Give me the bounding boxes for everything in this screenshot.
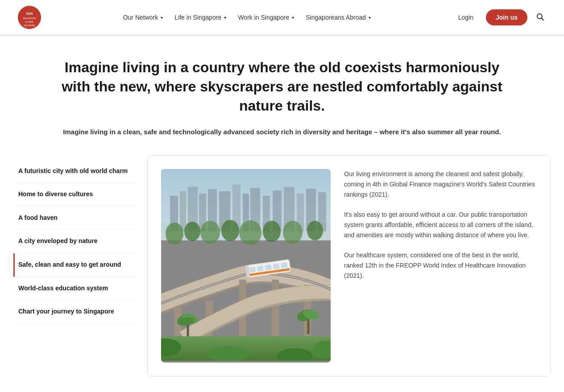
svg-rect-39 — [249, 267, 256, 273]
hero-heading: Imagine living in a country where the ol… — [54, 58, 510, 116]
svg-point-27 — [221, 220, 239, 241]
train-image — [161, 169, 331, 361]
sidebar-item-chart-journey[interactable]: Chart your journey to Singapore — [13, 300, 138, 324]
login-button[interactable]: Login — [453, 10, 479, 25]
chevron-down-icon: ▾ — [369, 15, 371, 20]
nav-item-work-in-singapore[interactable]: Work in Singapore ▾ — [233, 10, 299, 25]
svg-text:SGN: SGN — [26, 12, 33, 15]
chevron-down-icon: ▾ — [224, 15, 226, 20]
svg-text:GLOBAL: GLOBAL — [25, 21, 34, 23]
main-content: A futuristic city with old world charm H… — [0, 155, 564, 392]
svg-rect-42 — [273, 263, 280, 269]
svg-point-28 — [239, 220, 261, 245]
content-panel: Our living environment is among the clea… — [147, 155, 551, 376]
sidebar-item-futuristic-city[interactable]: A futuristic city with old world charm — [13, 160, 138, 183]
content-paragraph-1: Our living environment is among the clea… — [344, 169, 537, 200]
nav-links: Our Network ▾ Life in Singapore ▾ Work i… — [119, 10, 375, 25]
sidebar-item-diverse-cultures[interactable]: Home to diverse cultures — [13, 183, 138, 206]
svg-point-24 — [166, 223, 183, 245]
chevron-down-icon: ▾ — [161, 15, 163, 20]
content-paragraph-2: It's also easy to get around without a c… — [344, 210, 537, 240]
sidebar-item-food-haven[interactable]: A food haven — [13, 206, 138, 230]
content-inner: Our living environment is among the clea… — [161, 169, 537, 363]
logo[interactable]: SGN SINGAPORE GLOBAL NETWORK — [18, 6, 41, 29]
sidebar: A futuristic city with old world charm H… — [13, 155, 138, 376]
nav-link-life-in-singapore[interactable]: Life in Singapore ▾ — [170, 10, 231, 25]
nav-item-our-network[interactable]: Our Network ▾ — [119, 10, 168, 25]
sidebar-item-education[interactable]: World-class education system — [13, 277, 138, 301]
svg-line-6 — [542, 18, 544, 20]
hero-section: Imagine living in a country where the ol… — [0, 36, 564, 155]
join-us-button[interactable]: Join us — [486, 9, 527, 25]
content-image-wrapper — [161, 169, 331, 363]
nav-item-life-in-singapore[interactable]: Life in Singapore ▾ — [170, 10, 231, 25]
nav-item-singaporeans-abroad[interactable]: Singaporeans Abroad ▾ — [301, 10, 375, 25]
nav-right: Login Join us — [453, 9, 546, 25]
sidebar-item-city-enveloped-nature[interactable]: A city enveloped by nature — [13, 230, 138, 253]
svg-point-29 — [263, 221, 281, 242]
logo-icon: SGN SINGAPORE GLOBAL NETWORK — [18, 6, 41, 29]
svg-point-30 — [283, 221, 303, 244]
nav-link-our-network[interactable]: Our Network ▾ — [119, 10, 168, 25]
hero-subheading: Imagine living in a clean, safe and tech… — [54, 127, 510, 137]
svg-text:SINGAPORE: SINGAPORE — [23, 17, 36, 20]
nav-link-work-in-singapore[interactable]: Work in Singapore ▾ — [233, 10, 299, 25]
sidebar-item-safe-clean[interactable]: Safe, clean and easy to get around — [13, 253, 138, 277]
svg-point-26 — [200, 221, 220, 244]
svg-point-31 — [307, 221, 323, 240]
svg-rect-10 — [180, 191, 186, 231]
svg-rect-40 — [257, 265, 264, 272]
main-nav: SGN SINGAPORE GLOBAL NETWORK Our Network… — [0, 0, 564, 36]
svg-rect-41 — [265, 264, 272, 271]
nav-link-singaporeans-abroad[interactable]: Singaporeans Abroad ▾ — [301, 10, 375, 25]
svg-text:NETWORK: NETWORK — [24, 24, 35, 27]
svg-rect-43 — [281, 262, 288, 268]
search-icon — [536, 13, 544, 21]
content-text: Our living environment is among the clea… — [344, 169, 537, 363]
svg-point-25 — [184, 222, 200, 241]
content-paragraph-3: Our healthcare system, considered one of… — [344, 250, 537, 281]
search-button[interactable] — [535, 11, 546, 24]
chevron-down-icon: ▾ — [292, 15, 294, 20]
